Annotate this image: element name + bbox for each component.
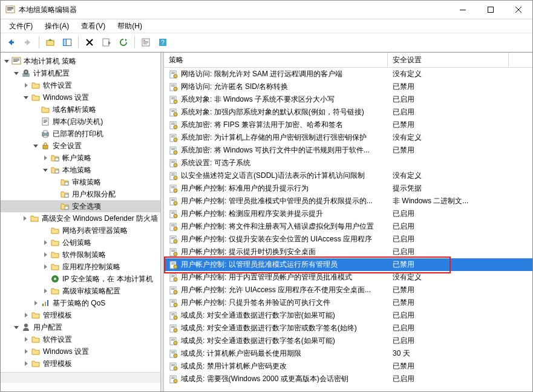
list-row[interactable]: 用户帐户控制: 将文件和注册表写入错误虚拟化到每用户位置已启用 [164,220,532,233]
list-row[interactable]: 网络访问: 允许匿名 SID/名称转换已禁用 [164,80,532,93]
policy-name: 用户帐户控制: 将文件和注册表写入错误虚拟化到每用户位置 [181,221,374,232]
minimize-button[interactable] [449,1,477,19]
twisty-closed-icon[interactable] [42,251,49,258]
list-row[interactable]: 用户帐户控制: 检测应用程序安装并提示提升已启用 [164,207,532,220]
tree-node[interactable]: 帐户策略 [1,152,160,164]
list-row[interactable]: 用户帐户控制: 允许 UIAccess 应用程序在不使用安全桌面...已禁用 [164,284,532,296]
tree-node[interactable]: 网络列表管理器策略 [1,224,160,237]
menu-help[interactable]: 帮助(H) [113,20,147,33]
list-row[interactable]: 用户帐户控制: 管理员批准模式中管理员的提升权限提示的...非 Windows … [164,195,532,207]
twisty-open-icon[interactable] [13,324,20,331]
list-row[interactable]: 系统对象: 非 Windows 子系统不要求区分大小写已启用 [164,93,532,106]
twisty-closed-icon[interactable] [32,299,39,307]
maximize-button[interactable] [477,1,505,19]
twisty-closed-icon[interactable] [42,287,49,295]
tree-node[interactable]: 管理模板 [1,358,160,370]
twisty-closed-icon[interactable] [42,263,49,270]
list-row[interactable]: 用户帐户控制: 提示提升时切换到安全桌面已启用 [164,246,532,258]
list-row[interactable]: 系统对象: 加强内部系统对象的默认权限(例如，符号链接)已启用 [164,106,532,119]
tree-node[interactable]: 基于策略的 QoS [1,297,160,309]
tree-node[interactable]: 本地计算机 策略 [1,55,160,67]
list-row[interactable]: 域成员: 计算机帐户密码最长使用期限30 天 [164,347,532,360]
help-button[interactable]: ? [155,34,171,50]
tree-node[interactable]: Windows 设置 [1,345,160,358]
tree-node[interactable]: 公钥策略 [1,237,160,249]
twisty-closed-icon[interactable] [42,239,49,246]
tree-pane[interactable]: 本地计算机 策略计算机配置软件设置Windows 设置域名解析策略脚本(启动/关… [1,53,160,391]
twisty-open-icon[interactable] [22,94,30,101]
twisty-closed-icon[interactable] [21,215,28,222]
twisty-closed-icon[interactable] [22,82,30,89]
show-hide-tree-button[interactable] [59,34,75,50]
list-row[interactable]: 域成员: 对安全通道数据进行数字加密(如果可能)已启用 [164,309,532,322]
tree-node[interactable]: 审核策略 [1,176,160,188]
list-row[interactable]: 域成员: 禁用计算机帐户密码更改已禁用 [164,360,532,373]
properties-button[interactable] [138,34,154,50]
twisty-closed-icon[interactable] [42,154,49,162]
policy-icon [169,324,178,333]
list-row[interactable]: 域成员: 对安全通道数据进行数字加密或数字签名(始终)已启用 [164,322,532,335]
tree-node[interactable]: 软件设置 [1,79,160,91]
list-row[interactable]: 域成员: 需要强(Windows 2000 或更高版本)会话密钥已启用 [164,373,532,385]
policy-icon [169,133,178,143]
list-row[interactable]: 系统设置: 可选子系统 [164,157,532,169]
tree-node[interactable]: IP 安全策略，在 本地计算机 [1,273,160,285]
twisty-open-icon[interactable] [13,70,20,77]
list-row[interactable]: 用户帐户控制: 只提升签名并验证的可执行文件已禁用 [164,296,532,309]
tree-node[interactable]: 脚本(启动/关机) [1,116,160,128]
twisty-closed-icon[interactable] [22,336,30,343]
tree-node[interactable]: 应用程序控制策略 [1,261,160,273]
tree-node[interactable]: 计算机配置 [1,67,160,79]
svg-rect-41 [44,121,47,122]
tree-node[interactable]: 软件设置 [1,333,160,345]
folder2-icon [60,189,70,199]
list-row[interactable]: 系统加密: 将 FIPS 兼容算法用于加密、哈希和签名已禁用 [164,119,532,131]
col-header-policy[interactable]: 策略 [164,53,388,67]
delete-button[interactable] [82,34,97,50]
tree-node[interactable]: 本地策略 [1,164,160,176]
tree-node[interactable]: 高级安全 Windows Defender 防火墙 [1,212,160,224]
twisty-closed-icon[interactable] [22,360,30,367]
list-row[interactable]: 用户帐户控制: 用于内置管理员帐户的管理员批准模式没有定义 [164,271,532,284]
tree-node[interactable]: 高级审核策略配置 [1,285,160,297]
list-body[interactable]: 网络访问: 限制允许对 SAM 进行远程调用的客户端没有定义网络访问: 允许匿名… [164,68,532,391]
tree-node[interactable]: 已部署的打印机 [1,128,160,140]
twisty-open-icon[interactable] [32,142,39,149]
menu-file[interactable]: 文件(F) [4,20,38,33]
tree-scrollbar[interactable] [1,372,160,383]
menu-view[interactable]: 查看(V) [76,20,110,33]
tree-node-label: 域名解析策略 [53,105,96,115]
twisty-open-icon[interactable] [3,57,10,65]
list-row[interactable]: 以安全描述符定义语言(SDDL)语法表示的计算机访问限制没有定义 [164,169,532,182]
policy-name: 网络访问: 允许匿名 SID/名称转换 [181,82,288,92]
export-button[interactable] [99,34,114,50]
list-row[interactable]: 用户帐户控制: 以管理员批准模式运行所有管理员已禁用 [164,258,532,271]
tree-node[interactable]: 用户配置 [1,321,160,333]
list-row[interactable]: 系统加密: 为计算机上存储的用户密钥强制进行强密钥保护没有定义 [164,131,532,144]
menu-action[interactable]: 操作(A) [40,20,74,33]
forward-button[interactable] [20,34,36,50]
list-row[interactable]: 域成员: 对安全通道数据进行数字签名(如果可能)已启用 [164,335,532,347]
tree-node-label: 帐户策略 [62,153,91,163]
list-row[interactable]: 用户帐户控制: 仅提升安装在安全位置的 UIAccess 应用程序已启用 [164,233,532,246]
tree-node[interactable]: 安全设置 [1,140,160,152]
tree-node[interactable]: Windows 设置 [1,91,160,103]
twisty-closed-icon[interactable] [22,348,30,355]
tree-node[interactable]: 安全选项 [1,200,160,212]
refresh-button[interactable] [116,34,131,50]
back-button[interactable] [3,34,19,50]
list-row[interactable]: 系统加密: 将 Windows 可执行文件中的证书规则用于软件...已禁用 [164,144,532,157]
close-button[interactable] [505,1,532,19]
list-header: 策略 安全设置 [164,53,532,68]
up-button[interactable] [42,34,58,50]
tree-node[interactable]: 管理模板 [1,309,160,321]
list-row[interactable]: 网络访问: 限制允许对 SAM 进行远程调用的客户端没有定义 [164,68,532,80]
twisty-open-icon[interactable] [42,166,49,174]
list-row[interactable]: 用户帐户控制: 标准用户的提升提示行为提示凭据 [164,182,532,195]
twisty-closed-icon[interactable] [22,312,30,319]
folder-icon [50,238,60,247]
tree-node[interactable]: 用户权限分配 [1,188,160,200]
col-header-setting[interactable]: 安全设置 [388,53,509,67]
tree-node[interactable]: 软件限制策略 [1,249,160,261]
tree-node[interactable]: 域名解析策略 [1,103,160,116]
